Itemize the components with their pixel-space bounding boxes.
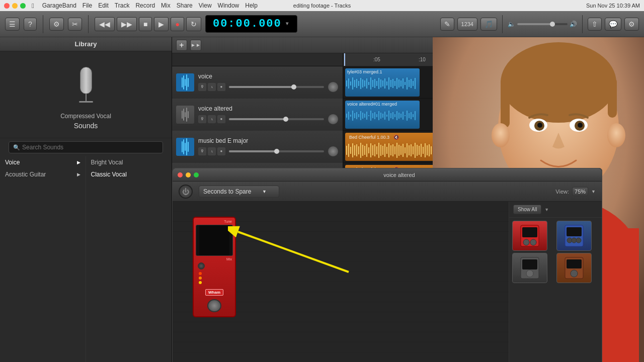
pan-voice[interactable] — [328, 81, 339, 93]
tune-label: Tune — [196, 220, 233, 223]
preset-thumb-4[interactable] — [556, 253, 592, 283]
svg-rect-103 — [413, 146, 414, 154]
fast-forward-btn[interactable]: ▶▶ — [117, 17, 137, 31]
svg-rect-90 — [386, 147, 387, 154]
clip-voice[interactable]: tyle#03 merged.1 — [345, 68, 420, 97]
solo-btn-voice[interactable]: ⍳ — [208, 83, 216, 91]
svg-rect-106 — [419, 146, 420, 155]
svg-rect-102 — [411, 144, 412, 156]
metronome-btn[interactable]: 🎵 — [480, 18, 497, 31]
mute-btn-voice[interactable]: 🎙 — [198, 83, 206, 91]
svg-rect-39 — [354, 113, 355, 118]
menu-garageband[interactable]: GarageBand — [42, 2, 76, 9]
svg-rect-46 — [368, 115, 369, 116]
rewind-btn[interactable]: ◀◀ — [95, 17, 115, 31]
track-controls-music-bed-e: 🎙 ⍳ ● — [198, 146, 339, 157]
chat-btn[interactable]: 💬 — [605, 18, 621, 31]
svg-rect-101 — [409, 145, 410, 155]
category-acoustic-guitar[interactable]: Acoustic Guitar ▶ — [0, 168, 86, 180]
clip-music-bed-e[interactable]: Bed Cheerful 1.00.3 🔇 — [345, 133, 436, 161]
preset-dropdown[interactable]: Seconds to Spare ▼ — [199, 186, 279, 198]
volume-slider-music-e[interactable] — [229, 150, 324, 152]
volume-slider-voice-altered[interactable] — [229, 118, 324, 120]
help-btn[interactable]: ? — [24, 18, 37, 31]
minimize-button[interactable] — [12, 3, 18, 9]
plugin-close-btn[interactable] — [178, 172, 183, 177]
record-arm-music-e[interactable]: ● — [217, 147, 225, 155]
pan-music-e[interactable] — [328, 146, 339, 157]
svg-rect-99 — [405, 147, 406, 153]
smart-controls-btn[interactable]: ⚙ — [49, 18, 64, 31]
library-btn[interactable]: ☰ — [5, 18, 20, 31]
show-all-btn[interactable]: Show All — [513, 205, 541, 214]
plugin-minimize-btn[interactable] — [186, 172, 191, 177]
preset-browser-toolbar: Show All ▼ — [509, 202, 602, 218]
solo-btn-music-e[interactable]: ⍳ — [208, 147, 216, 155]
record-arm-voice[interactable]: ● — [217, 83, 225, 91]
clip-voice-altered[interactable]: voice altered#01 merged — [345, 101, 420, 129]
track-thumb-voice-altered — [176, 106, 194, 124]
menu-edit[interactable]: Edit — [98, 2, 109, 9]
svg-rect-5 — [356, 79, 357, 88]
bpm-display[interactable]: 1234 — [457, 18, 477, 31]
mute-btn-music-e[interactable]: 🎙 — [198, 147, 206, 155]
time-dropdown[interactable]: ▼ — [286, 21, 290, 27]
volume-slider-voice[interactable] — [229, 86, 324, 88]
svg-rect-27 — [400, 80, 401, 86]
svg-rect-51 — [378, 111, 379, 120]
category-voice[interactable]: Voice ▶ — [0, 156, 86, 168]
preset-bright-vocal[interactable]: Bright Vocal — [86, 156, 172, 168]
preset-thumb-1[interactable] — [512, 221, 547, 251]
track-options-btn[interactable]: ►► — [190, 40, 201, 51]
plugin-panel: voice altered ⏻ Seconds to Spare ▼ View:… — [172, 168, 602, 362]
pedal-knob-1[interactable] — [198, 262, 205, 269]
add-track-button[interactable]: + — [176, 40, 187, 51]
menu-help[interactable]: Help — [245, 2, 258, 9]
sep3 — [502, 15, 503, 33]
preset-thumb-2[interactable] — [556, 221, 592, 251]
svg-rect-56 — [388, 111, 389, 121]
categories-presets: Voice ▶ Acoustic Guitar ▶ Bright Vocal C… — [0, 156, 172, 362]
ruler-mark-15: :15 — [464, 57, 471, 62]
volume-max-icon: 🔊 — [570, 21, 577, 28]
menu-share[interactable]: Share — [177, 2, 193, 9]
preset-thumb-3[interactable] — [512, 253, 547, 283]
maximize-button[interactable] — [20, 3, 26, 9]
pedal-footswitch[interactable] — [207, 299, 221, 312]
menu-file[interactable]: File — [83, 2, 92, 9]
svg-rect-7 — [360, 78, 361, 89]
settings-btn[interactable]: ⚙ — [624, 18, 639, 31]
record-arm-voice-altered[interactable]: ● — [217, 115, 225, 123]
plugin-power-btn[interactable]: ⏻ — [179, 185, 193, 199]
pan-voice-altered[interactable] — [328, 114, 339, 125]
mic-body — [80, 67, 92, 94]
plugin-maximize-btn[interactable] — [194, 172, 199, 177]
mute-btn-voice-altered[interactable]: 🎙 — [198, 115, 206, 123]
share-btn[interactable]: ⇧ — [588, 18, 602, 31]
menu-record[interactable]: Record — [135, 2, 155, 9]
svg-rect-65 — [407, 111, 408, 121]
preset-classic-vocal[interactable]: Classic Vocal — [86, 168, 172, 180]
show-all-dropdown[interactable]: ▼ — [544, 207, 549, 212]
library-panel: Library Compressed Vocal Sounds 🔍 Voice … — [0, 37, 172, 362]
svg-rect-93 — [392, 144, 393, 156]
menu-track[interactable]: Track — [115, 2, 130, 9]
pencil-btn[interactable]: ✎ — [440, 18, 454, 31]
stop-btn[interactable]: ■ — [139, 17, 152, 31]
scissors-btn[interactable]: ✂ — [68, 18, 82, 31]
solo-btn-voice-altered[interactable]: ⍳ — [208, 115, 216, 123]
svg-rect-61 — [398, 113, 399, 119]
mic-stand — [86, 94, 87, 101]
play-btn[interactable]: ▶ — [154, 17, 169, 31]
search-box[interactable]: 🔍 — [9, 141, 163, 153]
menu-window[interactable]: Window — [218, 2, 239, 9]
pedal-device[interactable]: Tune Mix — [193, 217, 236, 317]
pedal-label-container: Wham — [196, 287, 233, 296]
menu-mix[interactable]: Mix — [161, 2, 171, 9]
cycle-btn[interactable]: ↻ — [186, 17, 201, 31]
search-input[interactable] — [22, 144, 158, 151]
close-button[interactable] — [4, 3, 10, 9]
menu-view[interactable]: View — [199, 2, 212, 9]
record-btn[interactable]: ● — [171, 17, 184, 31]
view-dropdown[interactable]: 75% — [572, 187, 588, 196]
